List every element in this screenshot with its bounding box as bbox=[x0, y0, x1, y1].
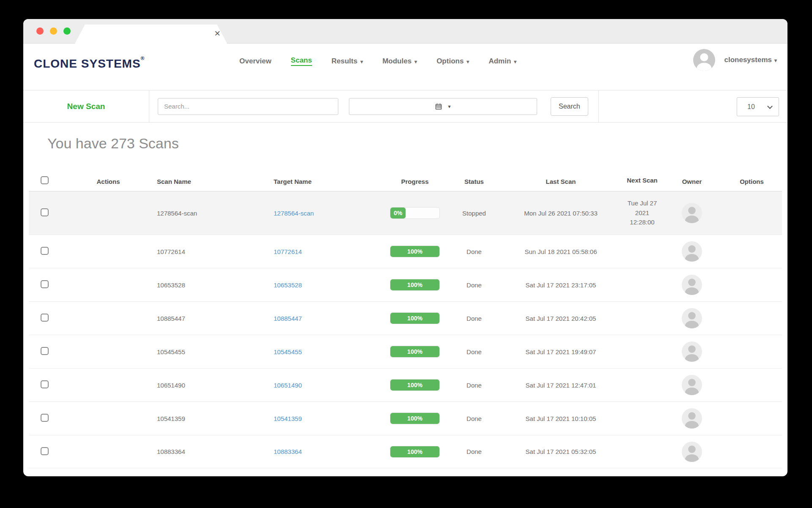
registered-mark: ® bbox=[141, 55, 145, 61]
user-avatar-icon bbox=[693, 49, 715, 71]
date-filter-select[interactable]: ▾ bbox=[349, 98, 537, 115]
calendar-icon bbox=[435, 103, 442, 110]
progress-bar: 100% bbox=[390, 346, 440, 358]
scans-table: Actions Scan Name Target Name Progress S… bbox=[29, 163, 782, 468]
nav-options[interactable]: Options▾ bbox=[436, 57, 469, 66]
chevron-down-icon: ▾ bbox=[514, 59, 516, 65]
chevron-down-icon: ▾ bbox=[774, 57, 777, 63]
page-size-select[interactable]: 10 bbox=[737, 97, 779, 116]
status-text: Done bbox=[449, 348, 499, 355]
progress-bar: 100% bbox=[390, 412, 440, 424]
search-button[interactable]: Search bbox=[551, 97, 588, 116]
new-scan-button[interactable]: New Scan bbox=[67, 102, 105, 111]
col-header-scan-name: Scan Name bbox=[157, 178, 271, 185]
page-title: You have 273 Scans bbox=[47, 135, 787, 152]
progress-label: 100% bbox=[407, 448, 422, 455]
row-checkbox[interactable] bbox=[41, 280, 49, 288]
progress-bar: 100% bbox=[390, 312, 440, 324]
owner-avatar-icon bbox=[682, 241, 702, 262]
progress-label: 100% bbox=[407, 281, 422, 288]
progress-label: 100% bbox=[407, 415, 422, 422]
app-header: CLONE SYSTEMS® Overview Scans Results▾ M… bbox=[23, 44, 787, 90]
last-scan-text: Sat Jul 17 2021 10:10:05 bbox=[499, 415, 622, 422]
last-scan-text: Sat Jul 17 2021 05:32:05 bbox=[499, 448, 622, 455]
row-checkbox[interactable] bbox=[41, 380, 49, 388]
col-header-actions: Actions bbox=[60, 178, 157, 185]
row-checkbox[interactable] bbox=[41, 208, 49, 216]
progress-label: 100% bbox=[407, 382, 422, 388]
progress-bar: 0% bbox=[390, 207, 440, 219]
col-header-options: Options bbox=[721, 178, 782, 185]
target-name-link[interactable]: 10883364 bbox=[274, 448, 302, 455]
progress-label: 100% bbox=[407, 248, 422, 255]
table-row: 10545455 10545455 100% Done Sat Jul 17 2… bbox=[29, 335, 782, 368]
new-scan-cell: New Scan bbox=[23, 90, 149, 122]
scans-toolbar: New Scan ▾ Search 10 bbox=[23, 90, 787, 123]
progress-bar: 100% bbox=[390, 446, 440, 458]
row-checkbox[interactable] bbox=[41, 414, 49, 422]
nav-modules[interactable]: Modules▾ bbox=[382, 57, 417, 66]
row-checkbox[interactable] bbox=[41, 247, 49, 255]
owner-avatar-icon bbox=[682, 341, 702, 362]
search-input[interactable] bbox=[158, 98, 338, 115]
scan-name: 1278564-scan bbox=[157, 210, 271, 217]
col-header-status: Status bbox=[449, 178, 499, 185]
nav-scans[interactable]: Scans bbox=[291, 56, 312, 66]
table-row: 10772614 10772614 100% Done Sun Jul 18 2… bbox=[29, 235, 782, 268]
last-scan-text: Mon Jul 26 2021 07:50:33 bbox=[499, 210, 622, 217]
last-scan-text: Sat Jul 17 2021 20:42:05 bbox=[499, 315, 622, 322]
progress-label: 100% bbox=[407, 315, 422, 322]
main-nav: Overview Scans Results▾ Modules▾ Options… bbox=[239, 56, 516, 66]
col-header-progress: Progress bbox=[381, 178, 449, 185]
scan-name: 10653528 bbox=[157, 281, 271, 289]
chevron-down-icon: ▾ bbox=[448, 104, 450, 109]
owner-avatar-icon bbox=[682, 275, 702, 295]
status-text: Stopped bbox=[449, 210, 499, 217]
row-checkbox[interactable] bbox=[41, 314, 49, 322]
nav-overview[interactable]: Overview bbox=[239, 57, 272, 66]
browser-tab[interactable]: × bbox=[75, 25, 227, 44]
nav-results[interactable]: Results▾ bbox=[332, 57, 363, 66]
target-name-link[interactable]: 10653528 bbox=[274, 281, 302, 289]
scan-name: 10541359 bbox=[157, 415, 271, 422]
progress-bar: 100% bbox=[390, 279, 440, 291]
scan-name: 10885447 bbox=[157, 315, 271, 322]
target-name-link[interactable]: 1278564-scan bbox=[274, 210, 314, 217]
owner-avatar-icon bbox=[682, 442, 702, 462]
user-menu[interactable]: clonesystems▾ bbox=[693, 49, 777, 71]
last-scan-text: Sat Jul 17 2021 23:17:05 bbox=[499, 281, 622, 289]
row-checkbox[interactable] bbox=[41, 447, 49, 455]
last-scan-text: Sat Jul 17 2021 12:47:01 bbox=[499, 382, 622, 389]
target-name-link[interactable]: 10651490 bbox=[274, 382, 302, 389]
status-text: Done bbox=[449, 415, 499, 422]
window-minimize-button[interactable] bbox=[50, 27, 57, 35]
table-row: 10541359 10541359 100% Done Sat Jul 17 2… bbox=[29, 401, 782, 435]
scan-name: 10883364 bbox=[157, 448, 271, 455]
progress-label: 0% bbox=[394, 210, 402, 216]
owner-avatar-icon bbox=[682, 308, 702, 328]
owner-avatar-icon bbox=[682, 375, 702, 395]
target-name-link[interactable]: 10885447 bbox=[274, 315, 302, 322]
progress-bar: 100% bbox=[390, 379, 440, 391]
nav-admin[interactable]: Admin▾ bbox=[488, 57, 516, 66]
status-text: Done bbox=[449, 382, 499, 389]
chevron-down-icon: ▾ bbox=[466, 59, 469, 65]
chevron-down-icon: ▾ bbox=[360, 59, 363, 65]
table-row: 10651490 10651490 100% Done Sat Jul 17 2… bbox=[29, 368, 782, 401]
target-name-link[interactable]: 10541359 bbox=[274, 415, 302, 422]
window-close-button[interactable] bbox=[36, 27, 44, 35]
user-name-label: clonesystems▾ bbox=[724, 56, 777, 64]
col-header-last-scan: Last Scan bbox=[499, 178, 622, 185]
target-name-link[interactable]: 10545455 bbox=[274, 348, 302, 355]
tab-close-icon[interactable]: × bbox=[214, 28, 220, 39]
owner-avatar-icon bbox=[682, 203, 702, 223]
status-text: Done bbox=[449, 281, 499, 289]
status-text: Done bbox=[449, 248, 499, 255]
window-zoom-button[interactable] bbox=[63, 27, 71, 35]
col-header-owner: Owner bbox=[662, 178, 721, 185]
owner-avatar-icon bbox=[682, 408, 702, 429]
page-size-value: 10 bbox=[747, 103, 755, 111]
select-all-checkbox[interactable] bbox=[41, 176, 49, 184]
target-name-link[interactable]: 10772614 bbox=[274, 248, 302, 255]
row-checkbox[interactable] bbox=[41, 347, 49, 355]
